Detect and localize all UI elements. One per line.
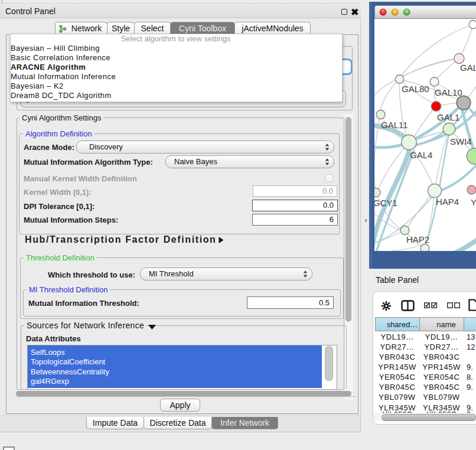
- svg-text:GAL: GAL: [460, 63, 476, 73]
- svg-text:Y: Y: [471, 197, 476, 207]
- svg-text:SWI4: SWI4: [450, 136, 472, 146]
- svg-text:HAP2: HAP2: [406, 234, 429, 244]
- svg-text:HAP4: HAP4: [436, 197, 459, 207]
- svg-text:GAL11: GAL11: [381, 120, 408, 130]
- svg-text:GAL1: GAL1: [437, 112, 459, 122]
- svg-text:GCY1: GCY1: [374, 198, 397, 208]
- svg-text:GAL10: GAL10: [435, 87, 462, 97]
- svg-text:GAL80: GAL80: [402, 84, 429, 94]
- svg-text:GAL4: GAL4: [410, 150, 432, 160]
